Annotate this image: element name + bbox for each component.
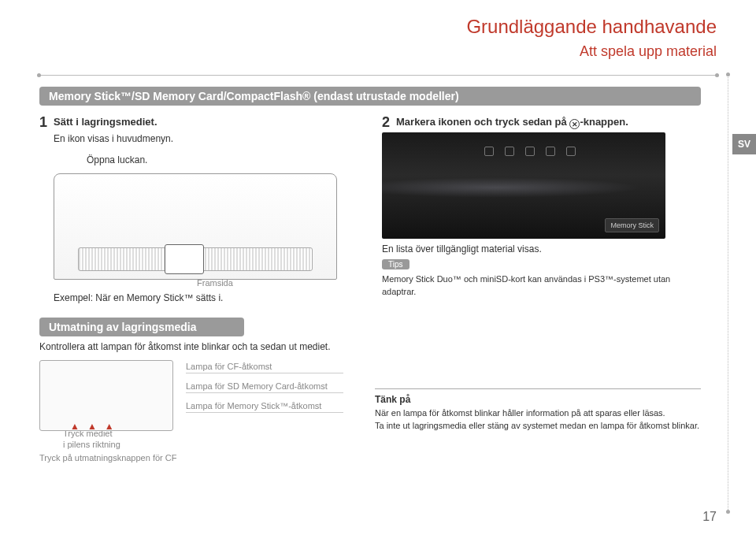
sd-access-label: Lampa för SD Memory Card-åtkomst bbox=[186, 381, 343, 393]
header-divider bbox=[39, 75, 717, 76]
eject-instruction: Kontrollera att lampan för åtkomst inte … bbox=[39, 341, 717, 352]
section-heading-bar: Memory Stick™/SD Memory Card/CompactFlas… bbox=[39, 87, 701, 106]
mini-console-illustration: ▲▲▲ bbox=[39, 360, 173, 431]
page-subsection-title: Att spela upp material bbox=[580, 43, 717, 60]
note-heading: Tänk på bbox=[375, 388, 701, 407]
step-2-title: Markera ikonen och tryck sedan på ✕-knap… bbox=[396, 115, 628, 129]
language-tab: SV bbox=[732, 134, 756, 154]
note-body-2: Ta inte ut lagringsmedia eller stäng av … bbox=[375, 419, 701, 433]
page-number: 17 bbox=[702, 510, 717, 524]
tips-text: Memory Stick Duo™ och miniSD-kort kan an… bbox=[382, 273, 701, 298]
side-divider bbox=[728, 75, 728, 511]
console-illustration bbox=[54, 173, 337, 280]
step-1-title: Sätt i lagringsmediet. bbox=[54, 115, 157, 129]
step-1-sub2: Öppna luckan. bbox=[87, 154, 358, 167]
indicator-block: ▲▲▲ Lampa för CF-åtkomst Lampa för SD Me… bbox=[39, 360, 343, 431]
step-1-caption: Exempel: När en Memory Stick™ sätts i. bbox=[54, 292, 358, 303]
step-1-sub1: En ikon visas i huvudmenyn. bbox=[54, 132, 358, 146]
section-heading-bar-2: Utmatning av lagringsmedia bbox=[39, 318, 244, 336]
step-1-number: 1 bbox=[39, 115, 47, 129]
step-2-caption: En lista över tillgängligt material visa… bbox=[382, 243, 701, 254]
step-2-number: 2 bbox=[382, 115, 390, 129]
step-1-column: 1 Sätt i lagringsmediet. En ikon visas i… bbox=[39, 115, 358, 303]
tips-badge: Tips bbox=[382, 259, 410, 269]
x-button-icon: ✕ bbox=[569, 119, 580, 129]
memory-stick-chip: Memory Stick bbox=[605, 218, 659, 232]
ms-access-label: Lampa för Memory Stick™-åtkomst bbox=[186, 401, 343, 413]
note-body-1: När en lampa för åtkomst blinkar håller … bbox=[375, 407, 701, 420]
step-2-column: 2 Markera ikonen och tryck sedan på ✕-kn… bbox=[382, 115, 701, 303]
page-section-title: Grundläggande handhavande bbox=[466, 16, 717, 38]
screen-illustration: Memory Stick bbox=[382, 132, 665, 239]
cf-access-label: Lampa för CF-åtkomst bbox=[186, 362, 343, 373]
cf-eject-label: Tryck på utmatningsknappen för CF bbox=[39, 453, 343, 463]
note-box: Tänk på När en lampa för åtkomst blinkar… bbox=[375, 388, 701, 463]
